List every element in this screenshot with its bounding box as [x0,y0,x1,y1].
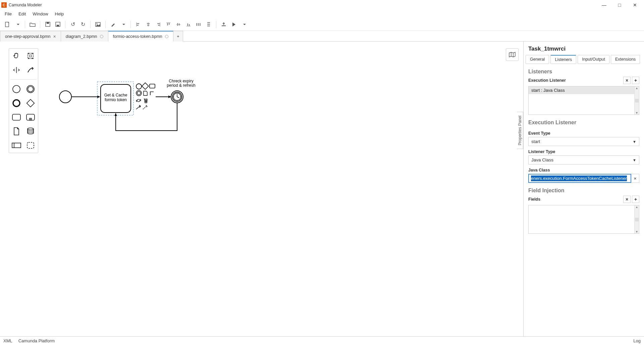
align-middle-button[interactable] [174,20,183,29]
align-center-button[interactable] [144,20,153,29]
menu-bar: File Edit Window Help [0,10,644,18]
ctx-text-annotation-icon[interactable] [150,92,154,95]
scrollbar[interactable]: ▲▼ [634,86,639,115]
prop-tab-listeners[interactable]: Listeners [550,55,576,64]
close-icon[interactable]: × [53,34,56,39]
dirty-indicator-icon [100,35,103,38]
java-class-value: eners.execution.FormAccessTokenCacheList… [531,176,627,181]
space-tool-icon[interactable] [11,65,22,75]
timer-event-node[interactable] [171,91,183,103]
ctx-gateway-icon[interactable] [142,83,149,89]
save-button[interactable] [43,20,52,29]
remove-field-button[interactable]: × [623,196,631,203]
image-export-button[interactable] [93,20,103,29]
ctx-annotation-icon[interactable] [144,91,147,95]
status-xml[interactable]: XML [3,338,12,343]
add-tab-button[interactable]: + [173,31,183,42]
data-store-icon[interactable] [25,126,36,137]
scrollbar[interactable]: ▲▼ [634,205,639,233]
tab-one-step-approval[interactable]: one-step-approval.bpmn × [0,31,61,42]
listener-type-select[interactable]: Java Class ▼ [528,155,639,164]
fields-list[interactable]: ▲▼ [528,205,639,234]
clear-input-button[interactable]: × [631,174,639,183]
canvas-area[interactable]: Get & Cacheformio token [0,42,523,336]
ctx-task-icon[interactable] [150,84,155,88]
save-as-button[interactable] [53,20,62,29]
run-dropdown[interactable] [239,20,249,29]
deploy-button[interactable] [219,20,228,29]
status-log[interactable]: Log [633,338,641,343]
add-listener-button[interactable]: + [632,77,639,84]
menu-help[interactable]: Help [52,10,67,18]
lasso-tool-icon[interactable] [25,51,36,61]
event-type-label: Event Type [524,128,644,137]
ctx-delete-icon[interactable] [144,98,147,103]
listener-row[interactable]: start : Java Class [529,86,639,94]
ctx-connect-dashed-icon[interactable] [143,105,147,109]
ctx-end-event-icon[interactable] [136,84,142,89]
ctx-connect-icon[interactable] [136,105,141,109]
end-event-icon[interactable] [11,98,22,109]
color-dropdown[interactable] [118,20,128,29]
open-file-button[interactable] [28,20,37,29]
prop-tab-general[interactable]: General [526,55,549,64]
data-object-icon[interactable] [11,126,22,137]
subprocess-icon[interactable] [25,112,36,123]
prop-tab-extensions[interactable]: Extensions [611,55,640,64]
align-right-button[interactable] [154,20,163,29]
group-icon[interactable] [25,140,36,151]
status-platform[interactable]: Camunda Platform [18,338,55,343]
fields-header: Fields × + [524,196,644,203]
redo-button[interactable]: ↻ [78,20,88,29]
menu-edit[interactable]: Edit [15,10,29,18]
svg-rect-47 [27,142,34,148]
start-event-node[interactable] [59,91,71,103]
hand-tool-icon[interactable] [11,51,22,61]
tab-formio-access-token[interactable]: formio-access-token.bpmn [108,31,173,42]
properties-tabs: General Listeners Input/Output Extension… [524,55,644,64]
prop-tab-io[interactable]: Input/Output [578,55,609,64]
start-event-icon[interactable] [11,84,22,94]
ctx-replace-icon[interactable] [136,99,141,102]
task-icon[interactable] [11,112,22,123]
execution-listener-label: Execution Listener [528,78,566,83]
svg-rect-27 [200,23,201,26]
menu-window[interactable]: Window [29,10,51,18]
gateway-icon[interactable] [25,98,36,109]
intermediate-event-icon[interactable] [25,84,36,94]
close-window-button[interactable]: ✕ [627,0,643,10]
svg-rect-14 [157,23,160,24]
svg-rect-28 [207,22,210,23]
menu-file[interactable]: File [1,10,15,18]
remove-listener-button[interactable]: × [623,77,631,84]
pool-icon[interactable] [11,140,22,151]
tab-diagram-2[interactable]: diagram_2.bpmn [61,31,108,42]
task-label: Get & Cacheformio token [104,93,127,102]
svg-rect-11 [147,23,150,24]
undo-button[interactable]: ↺ [68,20,77,29]
minimize-button[interactable]: ― [596,0,612,10]
properties-panel-toggle[interactable]: Properties Panel [517,112,523,149]
execution-listener-list[interactable]: start : Java Class ▲▼ [528,86,639,115]
align-bottom-button[interactable] [184,20,193,29]
app-icon: C [1,2,7,8]
bpmn-diagram[interactable]: Get & Cacheformio token [57,62,211,135]
run-button[interactable] [229,20,238,29]
align-left-button[interactable] [133,20,143,29]
minimap-toggle[interactable] [506,48,519,61]
element-palette [9,48,38,153]
align-top-button[interactable] [164,20,173,29]
distribute-v-button[interactable] [204,20,213,29]
connect-tool-icon[interactable] [25,65,36,75]
new-file-dropdown[interactable] [13,20,22,29]
maximize-button[interactable]: □ [612,0,627,10]
new-file-button[interactable] [3,20,12,29]
color-button[interactable] [108,20,118,29]
svg-point-34 [13,85,20,93]
event-type-select[interactable]: start ▼ [528,137,639,146]
add-field-button[interactable]: + [632,196,639,203]
svg-rect-45 [12,143,21,148]
distribute-h-button[interactable] [194,20,203,29]
svg-rect-20 [177,23,178,26]
java-class-input[interactable]: eners.execution.FormAccessTokenCacheList… [528,174,631,183]
